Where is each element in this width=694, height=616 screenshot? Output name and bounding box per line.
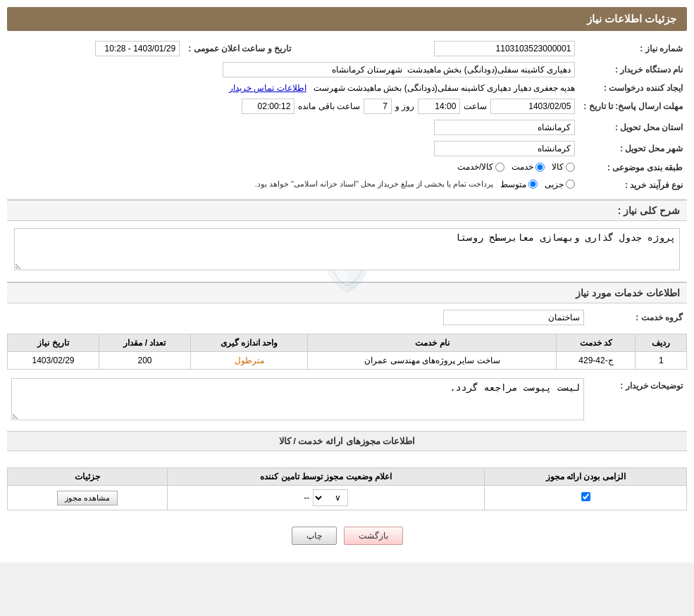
need-number-label: شماره نیاز : xyxy=(579,38,687,59)
need-desc-textarea[interactable]: پروژه جدول گذاری وبهسازی معابرسطح روستا xyxy=(14,228,680,270)
main-info-table: شماره نیاز : تاریخ و ساعت اعلان عمومی : … xyxy=(7,38,687,194)
service-group-input[interactable] xyxy=(443,310,584,325)
services-section-title: اطلاعات خدمات مورد نیاز xyxy=(7,282,687,303)
deadline-remaining-label: ساعت باقی مانده xyxy=(298,101,360,111)
category-radio-group: کالا خدمت کالا/خدمت xyxy=(457,162,575,172)
perm-header-details: جزئیات xyxy=(8,468,168,486)
back-button[interactable]: بازگشت xyxy=(344,527,403,545)
grid-header-name: نام خدمت xyxy=(308,334,557,352)
category-kala-khedmat-label: کالا/خدمت xyxy=(457,162,493,172)
need-number-input[interactable] xyxy=(434,41,575,56)
perm-header-required: الزامی بودن ارائه مجوز xyxy=(485,468,687,486)
perm-required-checkbox[interactable] xyxy=(581,492,590,501)
row-unit: مترطول xyxy=(190,352,307,370)
services-label: اطلاعات خدمات مورد نیاز xyxy=(576,287,680,298)
deadline-label: مهلت ارسال پاسخ: تا تاریخ : xyxy=(579,96,687,117)
requester-value: هدیه جعفری دهیار دهیاری کاشینه سفلی(دودا… xyxy=(314,83,576,93)
city-label: شهر محل تحویل : xyxy=(579,138,687,159)
permissions-table: الزامی بودن ارائه مجوز اعلام وضعیت مجوز … xyxy=(7,467,687,510)
requester-label: ایجاد کننده درخواست : xyxy=(579,80,687,96)
page-title: جزئیات اطلاعات نیاز xyxy=(587,13,676,25)
requester-contact-link[interactable]: اطلاعات تماس خریدار xyxy=(229,83,306,93)
buyer-notes-textarea[interactable]: لیست پیوست مراجعه گردد. xyxy=(11,378,584,420)
purchase-jozii-label: جزیی xyxy=(545,180,564,189)
page-header: جزئیات اطلاعات نیاز xyxy=(7,7,687,31)
services-grid: ردیف کد خدمت نام خدمت واحد اندازه گیری ت… xyxy=(7,334,687,370)
province-input[interactable] xyxy=(434,120,575,135)
grid-header-quantity: تعداد / مقدار xyxy=(99,334,191,352)
province-label: استان محل تحویل : xyxy=(579,117,687,138)
permissions-title: اطلاعات مجوزهای ارائه خدمت / کالا xyxy=(279,436,416,446)
view-permit-button[interactable]: مشاهده مجوز xyxy=(57,491,118,505)
announce-label: تاریخ و ساعت اعلان عمومی : xyxy=(184,38,295,59)
announce-value-input[interactable] xyxy=(95,41,180,56)
row-code: ج-42-429 xyxy=(557,352,636,370)
purchase-radio-mutavasset[interactable] xyxy=(528,180,538,189)
grid-header-unit: واحد اندازه گیری xyxy=(190,334,307,352)
category-kala-label: کالا xyxy=(552,162,564,172)
print-button[interactable]: چاپ xyxy=(292,527,337,545)
purchase-mutavasset-label: متوسط xyxy=(500,180,526,189)
purchase-type-label: نوع فرآیند خرید : xyxy=(579,177,687,194)
grid-header-code: کد خدمت xyxy=(557,334,636,352)
category-label: طبقه بندی موضوعی : xyxy=(579,159,687,177)
deadline-days-input[interactable] xyxy=(364,99,392,114)
category-khedmat-label: خدمت xyxy=(512,162,533,172)
row-quantity: 200 xyxy=(99,352,191,370)
row-date: 1403/02/29 xyxy=(8,352,99,370)
row-service-name: ساخت سایر پروژه‌های مهندسی عمران xyxy=(308,352,557,370)
page-wrapper: جزئیات اطلاعات نیاز شماره نیاز : تاریخ و… xyxy=(0,0,694,562)
perm-row: ∨ -- مشاهده مجوز xyxy=(8,486,687,510)
deadline-time-label: ساعت xyxy=(464,101,487,111)
footer-buttons: بازگشت چاپ xyxy=(7,516,687,555)
deadline-days-label: روز و xyxy=(395,101,414,111)
row-number: 1 xyxy=(636,352,687,370)
need-desc-area: 🛡️ پروژه جدول گذاری وبهسازی معابرسطح روس… xyxy=(7,225,687,276)
grid-header-date: تاریخ نیاز xyxy=(8,334,99,352)
buyer-org-input[interactable] xyxy=(223,62,575,77)
need-desc-section-title: شرح کلی نیاز : xyxy=(7,199,687,221)
permissions-section-bar: اطلاعات مجوزهای ارائه خدمت / کالا xyxy=(7,431,687,451)
buyer-org-label: نام دستگاه خریدار : xyxy=(579,59,687,80)
perm-status-select[interactable]: ∨ xyxy=(313,489,348,506)
deadline-date-input[interactable] xyxy=(490,99,575,114)
city-input[interactable] xyxy=(434,141,575,156)
grid-header-row: ردیف xyxy=(636,334,687,352)
category-radio-kala[interactable] xyxy=(566,163,575,172)
table-row: 1 ج-42-429 ساخت سایر پروژه‌های مهندسی عم… xyxy=(8,352,687,370)
category-radio-kala-khedmat[interactable] xyxy=(495,163,504,172)
deadline-remaining-input[interactable] xyxy=(242,99,295,114)
perm-status-value: -- xyxy=(304,493,309,503)
buyer-notes-table: توضیحات خریدار : لیست پیوست مراجعه گردد. xyxy=(7,375,687,425)
need-desc-label: شرح کلی نیاز : xyxy=(618,205,680,216)
purchase-type-radio-group: جزیی متوسط پرداخت تمام یا بخشی از مبلغ خ… xyxy=(255,180,576,189)
service-group-label: گروه خدمت : xyxy=(588,307,687,328)
category-radio-khedmat[interactable] xyxy=(535,163,545,172)
purchase-type-note: پرداخت تمام یا بخشی از مبلغ خریداز محل "… xyxy=(255,180,494,189)
service-group-table: گروه خدمت : xyxy=(7,307,687,328)
perm-header-status: اعلام وضعیت مجوز توسط تامین کننده xyxy=(168,468,485,486)
purchase-radio-jozii[interactable] xyxy=(566,180,575,189)
deadline-time-input[interactable] xyxy=(418,99,460,114)
buyer-notes-label: توضیحات خریدار : xyxy=(588,375,687,425)
